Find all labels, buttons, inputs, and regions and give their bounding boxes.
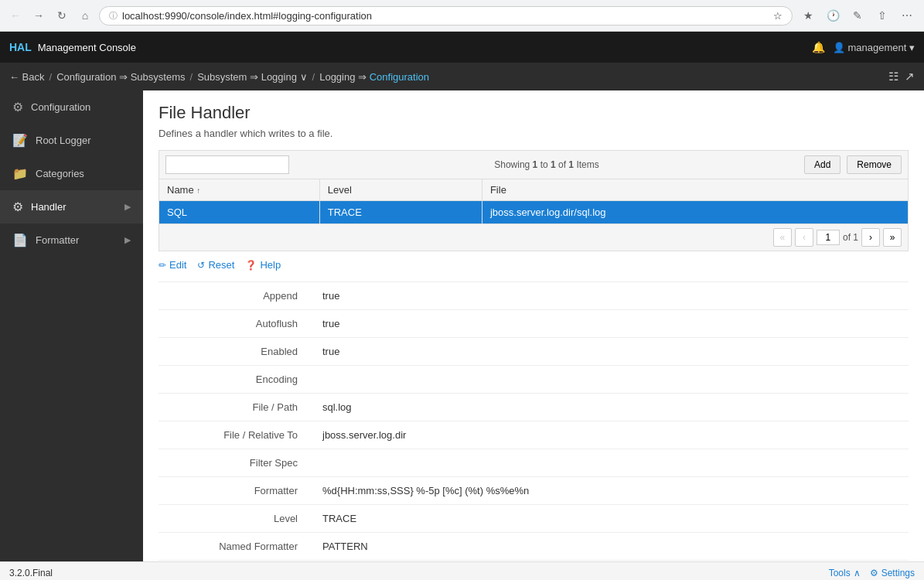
forward-button[interactable]: →	[29, 6, 48, 25]
table-search-input[interactable]	[165, 155, 289, 174]
sidebar-item-root-logger[interactable]: 📝 Root Logger	[0, 124, 143, 157]
help-label: Help	[260, 259, 281, 271]
formatter-icon: 📄	[12, 233, 28, 247]
property-row: Enabledtrue	[159, 338, 909, 366]
property-row: Encoding	[159, 366, 909, 394]
breadcrumb-subsystem-label: Subsystem ⇒ Logging	[197, 71, 297, 83]
table-toolbar: Showing 1 to 1 of 1 Items Add Remove	[159, 150, 909, 179]
handler-arrow-icon: ▶	[124, 202, 131, 212]
home-button[interactable]: ⌂	[76, 6, 94, 25]
configuration-icon: ⚙	[12, 100, 23, 114]
help-link[interactable]: ❓ Help	[245, 259, 281, 271]
back-button[interactable]: ←	[6, 6, 25, 25]
remove-button[interactable]: Remove	[847, 155, 902, 174]
last-page-button[interactable]: »	[883, 228, 902, 247]
breadcrumb-subsystem-logging[interactable]: Subsystem ⇒ Logging ∨	[197, 71, 307, 83]
property-label: Append	[159, 282, 313, 310]
prev-page-button[interactable]: ‹	[795, 228, 813, 247]
lock-icon: ⓘ	[109, 10, 118, 22]
sort-arrow-icon: ↑	[196, 186, 200, 195]
hal-app-name: Management Console	[38, 42, 136, 53]
breadcrumb-logging: Logging ⇒ Configuration	[319, 71, 429, 83]
breadcrumb: ← Back / Configuration ⇒ Subsystems / Su…	[9, 71, 429, 83]
menu-button[interactable]: ⋯	[896, 5, 918, 26]
page-title: File Handler	[159, 103, 909, 123]
breadcrumb-back[interactable]: ← Back	[9, 71, 45, 83]
page-of-label: of 1	[843, 232, 858, 243]
edit-link[interactable]: ✏ Edit	[159, 259, 186, 271]
help-icon: ❓	[245, 260, 257, 271]
next-page-button[interactable]: ›	[861, 228, 880, 247]
property-row: File / Relative Tojboss.server.log.dir	[159, 421, 909, 449]
property-row: Appendtrue	[159, 282, 909, 310]
version-label: 3.2.0.Final	[9, 568, 53, 578]
sidebar-item-formatter[interactable]: 📄 Formatter ▶	[0, 223, 143, 257]
settings-label: Settings	[881, 568, 915, 578]
property-label: File / Path	[159, 394, 313, 421]
property-label: Level	[159, 505, 313, 533]
user-menu[interactable]: 👤 management ▾	[833, 42, 915, 53]
handler-icon: ⚙	[12, 200, 23, 214]
col-name[interactable]: Name ↑	[159, 179, 320, 201]
bottom-bar: 3.2.0.Final Tools ∧ ⚙ Settings	[0, 561, 924, 580]
property-row: Formatter%d{HH:mm:ss,SSS} %-5p [%c] (%t)…	[159, 477, 909, 505]
breadcrumb-bar: ← Back / Configuration ⇒ Subsystems / Su…	[0, 63, 924, 90]
current-page-input[interactable]	[817, 230, 840, 245]
property-label: Filter Spec	[159, 449, 313, 477]
reset-icon: ↺	[197, 260, 205, 271]
property-label: Formatter	[159, 477, 313, 505]
property-value	[313, 449, 909, 477]
sidebar-item-categories[interactable]: 📁 Categories	[0, 157, 143, 190]
reset-label: Reset	[208, 259, 234, 271]
property-label: Autoflush	[159, 310, 313, 338]
user-arrow-icon: ▾	[909, 42, 915, 53]
property-label: File / Relative To	[159, 421, 313, 449]
sidebar-item-label: Handler	[31, 201, 117, 213]
topology-icon[interactable]: ☷	[888, 70, 898, 84]
tools-link[interactable]: Tools ∧	[829, 568, 861, 578]
property-value: %d{HH:mm:ss,SSS} %-5p [%c] (%t) %s%e%n	[313, 477, 909, 505]
formatter-arrow-icon: ▶	[124, 235, 131, 245]
notification-bell-icon[interactable]: 🔔	[812, 41, 825, 53]
bottom-actions: Tools ∧ ⚙ Settings	[829, 568, 915, 578]
content-inner: File Handler Defines a handler which wri…	[143, 90, 924, 561]
col-file: File	[482, 179, 908, 201]
hal-header-right: 🔔 👤 management ▾	[812, 41, 915, 53]
content-area: File Handler Defines a handler which wri…	[143, 90, 924, 561]
first-page-button[interactable]: «	[773, 228, 792, 247]
table-row[interactable]: SQL TRACE jboss.server.log.dir/sql.log	[159, 201, 909, 224]
sidebar-item-label: Formatter	[36, 234, 117, 246]
property-label: Encoding	[159, 366, 313, 394]
property-value: true	[313, 310, 909, 338]
bookmarks-button[interactable]: ★	[797, 5, 819, 26]
sidebar-item-label: Root Logger	[36, 135, 131, 146]
breadcrumb-config-subsystems[interactable]: Configuration ⇒ Subsystems	[56, 71, 185, 83]
reset-link[interactable]: ↺ Reset	[197, 259, 234, 271]
property-row: LevelTRACE	[159, 505, 909, 533]
cell-file: jboss.server.log.dir/sql.log	[482, 201, 908, 224]
property-row: File / Pathsql.log	[159, 394, 909, 421]
page-subtitle: Defines a handler which writes to a file…	[159, 128, 909, 139]
sidebar-item-configuration[interactable]: ⚙ Configuration	[0, 90, 143, 124]
table-showing: Showing 1 to 1 of 1 Items	[295, 159, 798, 170]
external-link-icon[interactable]: ↗	[905, 70, 915, 84]
annotations-button[interactable]: ✎	[847, 5, 868, 26]
sidebar: ⚙ Configuration 📝 Root Logger 📁 Categori…	[0, 90, 143, 561]
sidebar-item-label: Categories	[36, 168, 131, 179]
settings-link[interactable]: ⚙ Settings	[870, 568, 915, 578]
share-button[interactable]: ⇧	[871, 5, 893, 26]
property-label: Enabled	[159, 338, 313, 366]
categories-icon: 📁	[12, 166, 28, 181]
refresh-button[interactable]: ↻	[53, 6, 71, 25]
table-body: SQL TRACE jboss.server.log.dir/sql.log	[159, 201, 909, 224]
hal-logo-text: HAL	[9, 41, 32, 53]
data-table: Name ↑ Level File SQL TRACE jboss.server…	[159, 179, 909, 224]
history-button[interactable]: 🕐	[822, 5, 844, 26]
sidebar-item-handler[interactable]: ⚙ Handler ▶	[0, 190, 143, 223]
properties-table: AppendtrueAutoflushtrueEnabledtrueEncodi…	[159, 282, 909, 561]
url-text: localhost:9990/console/index.html#loggin…	[122, 10, 769, 22]
pagination: « ‹ of 1 › »	[159, 224, 909, 251]
breadcrumb-sep-3: /	[312, 71, 315, 83]
cell-level: TRACE	[319, 201, 482, 224]
add-button[interactable]: Add	[804, 155, 840, 174]
